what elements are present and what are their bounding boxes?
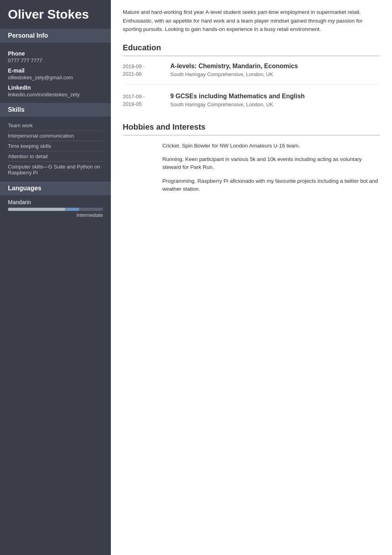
email-value: olliestokes_zety@gmail.com (8, 75, 103, 80)
languages-header: Languages (0, 182, 111, 195)
language-level: Intermediate (8, 212, 103, 218)
main-content: Mature and hard-working first year A-lev… (111, 0, 392, 555)
edu-school: South Haringay Comprehensive, London, UK (170, 71, 380, 77)
sidebar: Oliver Stokes Personal Info Phone 0777 7… (0, 0, 111, 555)
phone-label: Phone (8, 50, 103, 57)
hobby-icon-area (123, 142, 162, 150)
education-entry: 2019-09 -2021-06A-levels: Chemistry, Man… (123, 63, 380, 85)
phone-value: 0777 777 7777 (8, 57, 103, 63)
education-list: 2019-09 -2021-06A-levels: Chemistry, Man… (123, 63, 380, 115)
hobbies-section: Hobbies and Interests Cricket. Spin Bowl… (123, 122, 380, 193)
education-entry: 2017-09 -2019-059 GCSEs including Mathem… (123, 93, 380, 115)
skill-item: Interpersonal communication (8, 131, 103, 141)
hobby-text: Running. Keen participant in various 5k … (162, 155, 380, 172)
hobby-text: Programming. Raspberry Pi aficionado wit… (162, 177, 380, 193)
linkedin-value: linkedin.com/in/olliestokes_zety (8, 92, 103, 98)
edu-dates: 2017-09 -2019-05 (123, 93, 170, 108)
hobby-icon-area (123, 155, 162, 172)
languages-content: MandarinIntermediate (0, 195, 111, 222)
summary-text: Mature and hard-working first year A-lev… (123, 8, 380, 34)
language-name: Mandarin (8, 199, 103, 205)
hobbies-list: Cricket. Spin Bowler for NW London Amate… (123, 142, 380, 193)
personal-info-header: Personal Info (0, 29, 111, 42)
hobby-icon-area (123, 177, 162, 193)
edu-degree: A-levels: Chemistry, Mandarin, Economics (170, 63, 380, 70)
hobby-entry: Cricket. Spin Bowler for NW London Amate… (123, 142, 380, 150)
hobbies-header: Hobbies and Interests (123, 122, 380, 136)
skill-item: Team work (8, 121, 103, 131)
edu-degree: 9 GCSEs including Mathematics and Englis… (170, 93, 380, 100)
skills-header: Skills (0, 103, 111, 117)
linkedin-label: LinkedIn (8, 84, 103, 91)
hobby-entry: Running. Keen participant in various 5k … (123, 155, 380, 172)
skills-content: Team workInterpersonal communicationTime… (0, 117, 111, 182)
education-header: Education (123, 43, 380, 56)
edu-details: A-levels: Chemistry, Mandarin, Economics… (170, 63, 380, 78)
hobby-entry: Programming. Raspberry Pi aficionado wit… (123, 177, 380, 193)
personal-info-content: Phone 0777 777 7777 E-mail olliestokes_z… (0, 42, 111, 103)
skill-item: Attention to detail (8, 151, 103, 162)
skill-item: Computer skills—G Suite and Python on Ra… (8, 162, 103, 178)
email-label: E-mail (8, 67, 103, 74)
hobby-text: Cricket. Spin Bowler for NW London Amate… (162, 142, 380, 150)
edu-dates: 2019-09 -2021-06 (123, 63, 170, 78)
candidate-name: Oliver Stokes (0, 0, 111, 29)
skill-item: Time keeping skills (8, 141, 103, 151)
edu-details: 9 GCSEs including Mathematics and Englis… (170, 93, 380, 108)
language-bar (8, 208, 103, 211)
edu-school: South Haringay Comprehensive, London, UK (170, 101, 380, 107)
skills-list: Team workInterpersonal communicationTime… (8, 121, 103, 178)
